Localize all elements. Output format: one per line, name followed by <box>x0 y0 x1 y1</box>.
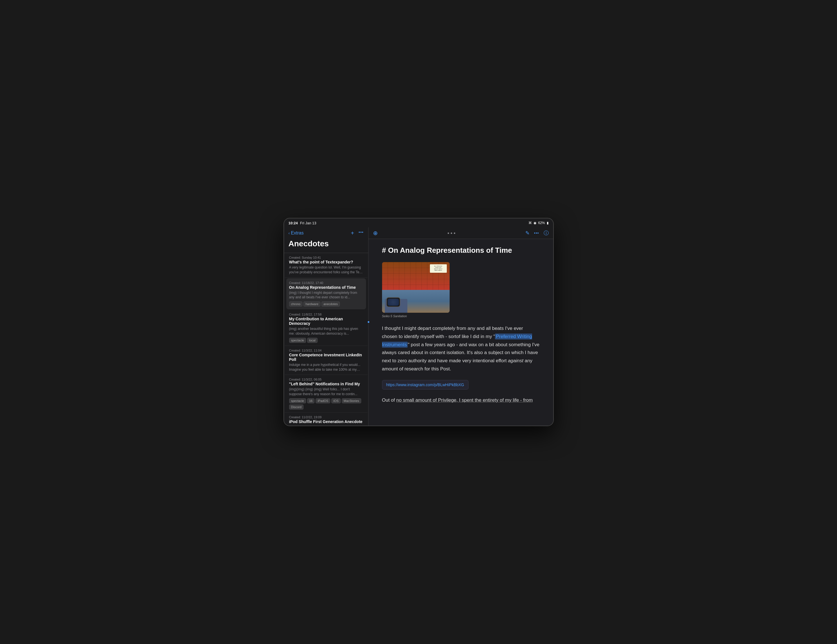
battery-percent: 62% <box>538 221 545 225</box>
back-label: Extras <box>291 231 304 236</box>
app-container: ‹ Extras + ••• Anecdotes Created: Sunday… <box>284 228 553 426</box>
note-preview-4: Indulge me in a pure hypothetical if you… <box>289 362 363 372</box>
note-preview-3: (img) another beautiful thing this job h… <box>289 326 363 336</box>
tag-anecdotes: anecdotes <box>322 302 340 306</box>
info-button[interactable]: ⓘ <box>544 230 549 236</box>
detail-toolbar-left: ⊕ <box>373 230 378 236</box>
back-chevron-icon: ‹ <box>289 231 290 235</box>
tag-local: local <box>307 338 318 343</box>
image-caption: Seiko 5 Sanitation <box>382 315 540 318</box>
detail-more-button[interactable]: ••• <box>534 231 539 235</box>
note-image-container: ALL PERSONSUSING THISFACILITY MUSTWASH H… <box>382 262 540 318</box>
tag-ipados: iPadOS <box>315 398 330 403</box>
note-item-5[interactable]: Created: 11/3/22, 06:05 "Left Behind" No… <box>285 375 368 413</box>
note-tags-3: spectacle local <box>289 338 363 343</box>
tag-spectacle: spectacle <box>289 338 306 343</box>
ipad-frame: 10:24 Fri Jan 13 ⌘ ◉ 62% ▮ ‹ Extras + <box>284 218 554 426</box>
watch-face <box>388 299 399 306</box>
outro-text-1: Out of <box>382 397 396 403</box>
note-item-4[interactable]: Created: 11/3/22, 11:04 Core Competence … <box>285 346 368 375</box>
tag-spectacle2: spectacle <box>289 398 306 403</box>
note-title-6: iPod Shuffle First Generation Anecdote <box>289 420 363 424</box>
note-title-4: Core Competence Investment LinkedIn Poll <box>289 353 363 362</box>
note-title-5: "Left Behind" Notifications in Find My <box>289 382 363 386</box>
status-bar-left: 10:24 Fri Jan 13 <box>289 221 317 225</box>
note-detail: ⊕ ✎ ••• ⓘ # On Analog Representations of… <box>369 228 553 426</box>
bathroom-sign: ALL PERSONSUSING THISFACILITY MUSTWASH H… <box>430 264 447 273</box>
note-item-1[interactable]: Created: Sunday 10:41 What's the point o… <box>285 253 368 278</box>
detail-toolbar: ⊕ ✎ ••• ⓘ <box>369 228 553 239</box>
note-image: ALL PERSONSUSING THISFACILITY MUSTWASH H… <box>382 262 450 313</box>
note-preview-6: (img) My first and only dedicated mp3 pl… <box>289 425 363 426</box>
note-list: Created: Sunday 10:41 What's the point o… <box>284 253 368 426</box>
edit-button[interactable]: ✎ <box>525 230 530 236</box>
sidebar: ‹ Extras + ••• Anecdotes Created: Sunday… <box>284 228 369 426</box>
instagram-url-block[interactable]: https://www.instagram.com/p/BLwHiPkBbXG <box>382 380 468 390</box>
note-date-6: Created: 11/2/22, 19:09 <box>289 415 363 419</box>
note-tags-2: chrono hardware anecdotes <box>289 302 363 306</box>
back-button[interactable]: ‹ Extras <box>289 231 304 236</box>
status-time: 10:24 <box>289 221 298 225</box>
status-bar: 10:24 Fri Jan 13 ⌘ ◉ 62% ▮ <box>284 218 553 228</box>
sidebar-more-button[interactable]: ••• <box>359 230 364 236</box>
note-title-3: My Contribution to American Democracy <box>289 317 363 326</box>
image-top: ALL PERSONSUSING THISFACILITY MUSTWASH H… <box>382 262 450 290</box>
tag-ios: iOS <box>332 398 340 403</box>
sidebar-nav-right: + ••• <box>351 230 363 236</box>
sidebar-nav: ‹ Extras + ••• <box>289 230 364 236</box>
tag-hardware: hardware <box>304 302 320 306</box>
underline-privilege-text: no small amount of Privilege, I spent th… <box>396 397 533 403</box>
tag-chrono: chrono <box>289 302 303 306</box>
note-preview-1: A very legitimate question lol. Well, I'… <box>289 265 363 275</box>
note-item-3[interactable]: Created: 11/8/22, 17:58 My Contribution … <box>285 310 368 346</box>
sidebar-indicator <box>368 321 369 323</box>
dot-3 <box>454 233 455 234</box>
dot-2 <box>451 233 452 234</box>
tag-16: 16 <box>307 398 315 403</box>
status-bar-right: ⌘ ◉ 62% ▮ <box>528 221 548 225</box>
add-note-button[interactable]: + <box>351 230 354 236</box>
note-date-2: Created: 11/18/22, 17:40 <box>289 281 363 285</box>
watch-body <box>386 297 400 307</box>
note-date-5: Created: 11/3/22, 06:05 <box>289 378 363 381</box>
note-item-2[interactable]: Created: 11/18/22, 17:40 On Analog Repre… <box>286 279 366 310</box>
battery-icon: ▮ <box>547 221 549 225</box>
note-title-2: On Analog Representations of Time <box>289 285 363 290</box>
sidebar-title: Anecdotes <box>289 238 364 251</box>
note-preview-5: (img)(img) (img) (img) Well folks... I d… <box>289 387 363 397</box>
note-date-1: Created: Sunday 10:41 <box>289 256 363 259</box>
tag-discord: Discord <box>289 405 304 410</box>
detail-toolbar-center <box>448 233 455 234</box>
search-button[interactable]: ⊕ <box>373 230 378 236</box>
outro-paragraph: Out of no small amount of Privilege, I s… <box>382 396 540 405</box>
image-bottom <box>382 290 450 313</box>
signal-icon: ◉ <box>533 221 536 225</box>
dot-1 <box>448 233 449 234</box>
note-body-paragraph: I thought I might depart completely from… <box>382 324 540 373</box>
note-heading: # On Analog Representations of Time <box>382 246 540 255</box>
wifi-icon: ⌘ <box>528 221 532 225</box>
status-date: Fri Jan 13 <box>300 221 317 225</box>
note-date-4: Created: 11/3/22, 11:04 <box>289 349 363 352</box>
italic-against: against <box>508 358 524 364</box>
detail-toolbar-right: ✎ ••• ⓘ <box>525 230 549 236</box>
note-item-6[interactable]: Created: 11/2/22, 19:09 iPod Shuffle Fir… <box>285 413 368 426</box>
detail-content: # On Analog Representations of Time ALL … <box>369 239 553 426</box>
note-title-1: What's the point of Textexpander? <box>289 260 363 264</box>
note-image-inner: ALL PERSONSUSING THISFACILITY MUSTWASH H… <box>382 262 450 313</box>
note-preview-2: (img) I thought I might depart completel… <box>289 290 363 300</box>
note-tags-5: spectacle 16 iPadOS iOS MacStories Disco… <box>289 398 363 410</box>
note-date-3: Created: 11/8/22, 17:58 <box>289 313 363 316</box>
sidebar-header: ‹ Extras + ••• Anecdotes <box>284 228 368 253</box>
tag-macstories: MacStories <box>342 398 361 403</box>
